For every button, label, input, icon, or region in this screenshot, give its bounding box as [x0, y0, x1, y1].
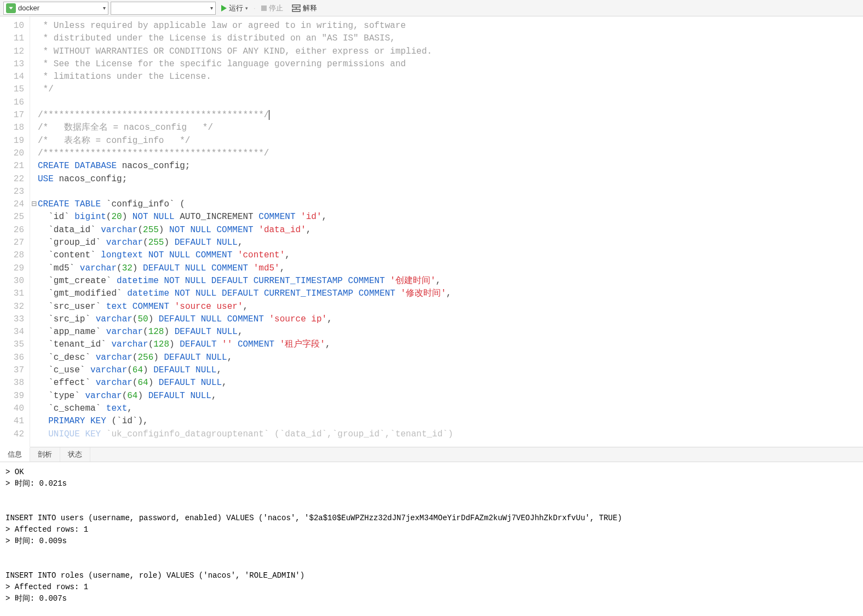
stop-button[interactable]: 停止: [258, 2, 286, 15]
svg-rect-1: [292, 9, 300, 11]
connection-icon: [6, 3, 16, 13]
separator: ·: [254, 4, 256, 12]
output-panel[interactable]: > OK > 时间: 0.021s INSERT INTO users (use…: [0, 462, 863, 616]
output-tab-status[interactable]: 状态: [60, 447, 90, 462]
fold-column: ⊟: [30, 16, 38, 447]
toolbar: docker ▾ ▾ 运行 ▾ · 停止 解释: [0, 0, 863, 16]
code-area[interactable]: * Unless required by applicable law or a…: [38, 16, 863, 447]
output-tab-profile[interactable]: 剖析: [30, 447, 60, 462]
explain-icon: [292, 4, 301, 12]
output-tabs: 信息剖析状态: [0, 447, 863, 462]
chevron-down-icon: ▾: [245, 5, 248, 11]
target-dropdown[interactable]: ▾: [111, 2, 216, 15]
stop-icon: [261, 5, 267, 11]
run-button[interactable]: 运行 ▾: [218, 2, 251, 15]
svg-rect-0: [292, 5, 300, 7]
run-label: 运行: [229, 3, 243, 13]
play-icon: [221, 5, 227, 11]
explain-button[interactable]: 解释: [289, 2, 320, 15]
connection-dropdown-value: docker: [18, 4, 39, 12]
connection-dropdown[interactable]: docker ▾: [3, 2, 108, 15]
chevron-down-icon: ▾: [210, 5, 213, 11]
line-number-gutter: 1011121314151617181920212223242526272829…: [0, 16, 30, 447]
stop-label: 停止: [269, 3, 283, 13]
chevron-down-icon: ▾: [103, 5, 106, 11]
output-tab-info[interactable]: 信息: [0, 447, 30, 462]
sql-editor[interactable]: 1011121314151617181920212223242526272829…: [0, 16, 863, 447]
explain-label: 解释: [303, 3, 317, 13]
